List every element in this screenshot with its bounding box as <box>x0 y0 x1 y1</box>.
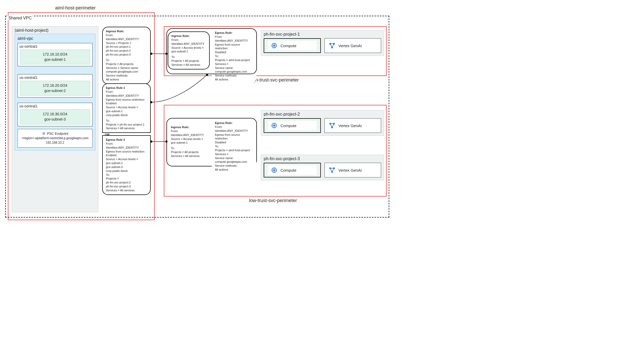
psc-ip: 192.168.10.2 <box>19 140 91 145</box>
svg-rect-3 <box>273 45 275 47</box>
vertex-icon <box>328 42 336 49</box>
svc3-compute-card: Compute <box>264 163 321 177</box>
host-egress-rule-2: Egress Rule 2 From:Identities:ANY_IDENTI… <box>102 135 151 195</box>
vertex-icon <box>328 122 336 129</box>
host-egress1-body: From:Identities:ANY_IDENTITYEgress from … <box>106 90 147 130</box>
svc1-compute-label: Compute <box>280 44 296 48</box>
vertex-icon <box>328 166 336 174</box>
low-trust-perimeter-label: low-trust-svc-perimeter <box>249 198 297 203</box>
host-ingress-body: From:Identities:ANY_IDENTITYSource > Pro… <box>106 33 147 82</box>
host-ingress-heading: Ingress Rule: <box>106 30 124 33</box>
svg-rect-37 <box>273 169 275 171</box>
vpc-title: aiml-vpc <box>18 36 93 41</box>
svg-point-18 <box>331 47 333 48</box>
svg-rect-20 <box>273 125 275 127</box>
subnet-3-name: gce-subnet-3 <box>23 117 87 122</box>
host-project-box: (aiml-host-project) aiml-vpc us-central1… <box>12 26 98 212</box>
subnet-1-name: gce-subnet-1 <box>23 57 87 62</box>
subnet-2-name: gce-subnet-2 <box>23 88 87 94</box>
low-egress-heading: Egress Rule: <box>215 121 232 124</box>
subnet-1: us-central1 172.16.10.0/24 gce-subnet-1 <box>18 43 93 66</box>
compute-icon <box>270 166 278 174</box>
svc-project-1-title: ph-fm-svc-project-1 <box>264 32 381 37</box>
svc2-vertex-card: Vertex GenAI <box>324 118 381 133</box>
high-trust-perimeter-label: high-trust-svc-perimeter <box>249 77 299 83</box>
svg-point-34 <box>333 123 334 124</box>
psc-endpoint-card: PSC Endpoint <region>-aiplatform-restric… <box>18 129 93 148</box>
shared-vpc-title: Shared VPC <box>7 16 33 20</box>
host-egress2-body: From:Identities:ANY_IDENTITYEgress from … <box>106 142 147 192</box>
high-ingress-body: From:Identities:ANY_IDENTITYSource > Acc… <box>171 38 206 67</box>
compute-icon <box>270 42 278 49</box>
host-project-title: (aiml-host-project) <box>15 28 95 33</box>
high-ingress-rule: Ingress Rule: From:Identities:ANY_IDENTI… <box>168 31 210 69</box>
subnet-1-body: 172.16.10.0/24 gce-subnet-1 <box>20 50 90 64</box>
svc-project-2-panel: ph-fm-svc-project-2 Compute Vertex GenAI <box>261 110 384 136</box>
svc1-vertex-label: Vertex GenAI <box>338 44 362 48</box>
psc-lock-icon <box>42 131 46 136</box>
psc-title: PSC Endpoint <box>47 132 68 136</box>
high-ingress-heading: Ingress Rule: <box>171 34 190 37</box>
low-egress-body: From:Identities:ANY_IDENTITYEgress from … <box>215 125 253 172</box>
host-egress-rule-1: Egress Rule 1 From:Identities:ANY_IDENTI… <box>102 83 151 133</box>
low-ingress-body: From:Identities:ANY_IDENTITYSource > Acc… <box>171 129 207 158</box>
svg-point-52 <box>331 171 333 172</box>
high-egress-heading: Egress Rule: <box>215 31 232 34</box>
vpc-box: aiml-vpc us-central1 172.16.10.0/24 gce-… <box>15 34 95 150</box>
svc2-vertex-label: Vertex GenAI <box>338 123 362 128</box>
svc2-compute-card: Compute <box>264 118 321 133</box>
svg-point-51 <box>333 167 334 169</box>
svc1-vertex-card: Vertex GenAI <box>324 38 381 53</box>
svg-point-16 <box>329 43 331 44</box>
svc2-compute-label: Compute <box>280 123 296 128</box>
svg-point-50 <box>329 167 331 169</box>
subnet-3-cidr: 172.16.30.0/24 <box>23 112 87 117</box>
host-ingress-rule: Ingress Rule: From:Identities:ANY_IDENTI… <box>102 27 151 84</box>
diagram-canvas: aiml-host-perimeter Shared VPC (aiml-hos… <box>5 5 398 223</box>
low-ingress-rule: Ingress Rule: From:Identities:ANY_IDENTI… <box>168 123 210 160</box>
host-egress1-heading: Egress Rule 1 <box>106 86 125 89</box>
svc3-vertex-card: Vertex GenAI <box>324 163 381 177</box>
low-ingress-heading: Ingress Rule: <box>171 126 189 129</box>
subnet-3-body: 172.16.30.0/24 gce-subnet-3 <box>20 109 90 124</box>
host-egress2-heading: Egress Rule 2 <box>106 138 125 141</box>
psc-host: <region>-aiplatform-restricted.p.googlea… <box>19 136 91 140</box>
host-perimeter-label: aiml-host-perimeter <box>55 5 96 11</box>
subnet-2-region: us-central1 <box>19 75 90 80</box>
svg-point-33 <box>329 123 331 124</box>
svc-project-3-title: ph-fm-svc-project-3 <box>264 156 381 161</box>
compute-icon <box>270 122 278 129</box>
svc-project-2-title: ph-fm-svc-project-2 <box>264 112 381 117</box>
subnet-2: us-central1 172.16.20.0/24 gce-subnet-2 <box>18 74 93 97</box>
high-egress-rule: Egress Rule: From:Identities:ANY_IDENTIT… <box>212 29 256 84</box>
svg-point-17 <box>333 43 334 44</box>
svc-project-1-panel: ph-fm-svc-project-1 Compute Vertex GenAI <box>261 30 384 56</box>
svc1-compute-card: Compute <box>264 38 321 53</box>
subnet-2-body: 172.16.20.0/24 gce-subnet-2 <box>20 81 90 96</box>
subnet-3: us-central1 172.16.30.0/24 gce-subnet-3 <box>18 103 93 126</box>
svc3-compute-label: Compute <box>280 168 296 172</box>
low-egress-rule: Egress Rule: From:Identities:ANY_IDENTIT… <box>212 119 256 174</box>
svg-rect-1 <box>43 133 44 134</box>
svc-project-3-panel: ph-fm-svc-project-3 Compute Vertex GenAI <box>261 155 384 180</box>
subnet-2-cidr: 172.16.20.0/24 <box>23 83 87 88</box>
subnet-1-region: us-central1 <box>19 44 90 48</box>
subnet-1-cidr: 172.16.10.0/24 <box>23 52 87 57</box>
svg-point-35 <box>331 127 333 128</box>
high-egress-body: From:Identities:ANY_IDENTITYEgress from … <box>215 35 253 82</box>
svc3-vertex-label: Vertex GenAI <box>338 168 362 172</box>
subnet-3-region: us-central1 <box>19 104 90 108</box>
